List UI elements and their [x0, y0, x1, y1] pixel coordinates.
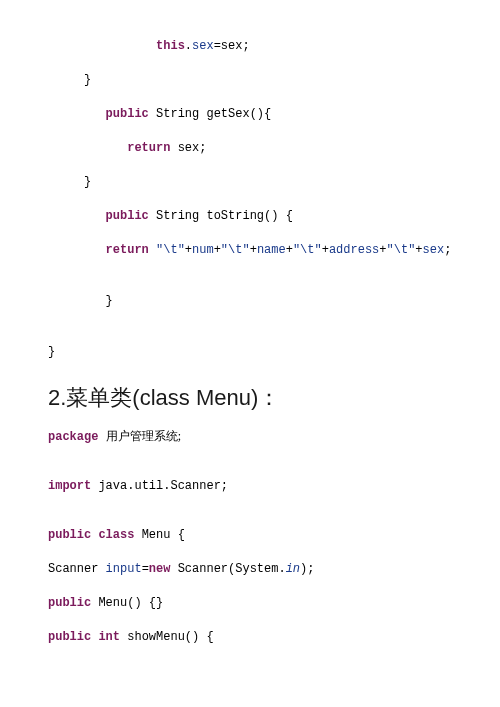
code-line: } — [48, 174, 452, 191]
field-name: name — [257, 243, 286, 257]
code-line: Scanner input=new Scanner(System.in); — [48, 561, 452, 578]
field-address: address — [329, 243, 379, 257]
plus: + — [185, 243, 192, 257]
class-name: Menu { — [134, 528, 184, 542]
code-line: return sex; — [48, 140, 452, 157]
indent — [48, 39, 156, 53]
ctor-sig: Menu() {} — [91, 596, 163, 610]
str: "\t" — [156, 243, 185, 257]
indent — [48, 243, 106, 257]
code-line: import java.util.Scanner; — [48, 478, 452, 495]
field-in: in — [286, 562, 300, 576]
kw-return: return — [127, 141, 170, 155]
dot: . — [185, 39, 192, 53]
indent — [48, 294, 106, 308]
str: "\t" — [387, 243, 416, 257]
str: "\t" — [293, 243, 322, 257]
code-line: public Menu() {} — [48, 595, 452, 612]
method-sig: String toString() { — [149, 209, 293, 223]
kw-new: new — [149, 562, 171, 576]
kw-int: int — [98, 630, 120, 644]
indent — [48, 141, 127, 155]
plus: + — [322, 243, 329, 257]
code-line: public String getSex(){ — [48, 106, 452, 123]
space — [149, 243, 156, 257]
indent — [48, 175, 84, 189]
kw-public: public — [48, 596, 91, 610]
kw-this: this — [156, 39, 185, 53]
paren: ); — [300, 562, 314, 576]
brace: } — [48, 345, 55, 359]
code-line: public int showMenu() { — [48, 629, 452, 646]
code-line: public String toString() { — [48, 208, 452, 225]
kw-return: return — [106, 243, 149, 257]
import-path: java.util.Scanner; — [91, 479, 228, 493]
kw-public: public — [48, 630, 91, 644]
plus: + — [250, 243, 257, 257]
code-line: return "\t"+num+"\t"+name+"\t"+address+"… — [48, 242, 452, 259]
semicolon: ; — [444, 243, 451, 257]
plus: + — [379, 243, 386, 257]
code-line: } — [48, 72, 452, 89]
kw-public: public — [106, 209, 149, 223]
indent — [48, 73, 84, 87]
field-sex: sex — [423, 243, 445, 257]
code-line: } — [48, 293, 452, 310]
indent — [48, 107, 106, 121]
kw-import: import — [48, 479, 91, 493]
eq: = — [142, 562, 149, 576]
return-val: sex; — [170, 141, 206, 155]
brace: } — [84, 73, 91, 87]
code-line: package 用户管理系统; — [48, 428, 452, 446]
brace: } — [84, 175, 91, 189]
plus: + — [415, 243, 422, 257]
kw-package: package — [48, 430, 98, 444]
package-name: 用户管理系统; — [106, 429, 181, 443]
field-num: num — [192, 243, 214, 257]
code-line: public class Menu { — [48, 527, 452, 544]
str: "\t" — [221, 243, 250, 257]
space — [98, 430, 105, 444]
kw-class: class — [98, 528, 134, 542]
section-heading: 2.菜单类(class Menu)： — [48, 383, 452, 414]
method-sig: showMenu() { — [120, 630, 214, 644]
brace: } — [106, 294, 113, 308]
kw-public: public — [48, 528, 91, 542]
indent — [48, 209, 106, 223]
code-line: } — [48, 344, 452, 361]
code-line: this.sex=sex; — [48, 38, 452, 55]
plus: + — [286, 243, 293, 257]
plus: + — [214, 243, 221, 257]
field-sex: sex — [192, 39, 214, 53]
kw-public: public — [106, 107, 149, 121]
field-input: input — [106, 562, 142, 576]
ctor: Scanner(System. — [170, 562, 285, 576]
type-scanner: Scanner — [48, 562, 106, 576]
assign: =sex; — [214, 39, 250, 53]
method-sig: String getSex(){ — [149, 107, 271, 121]
